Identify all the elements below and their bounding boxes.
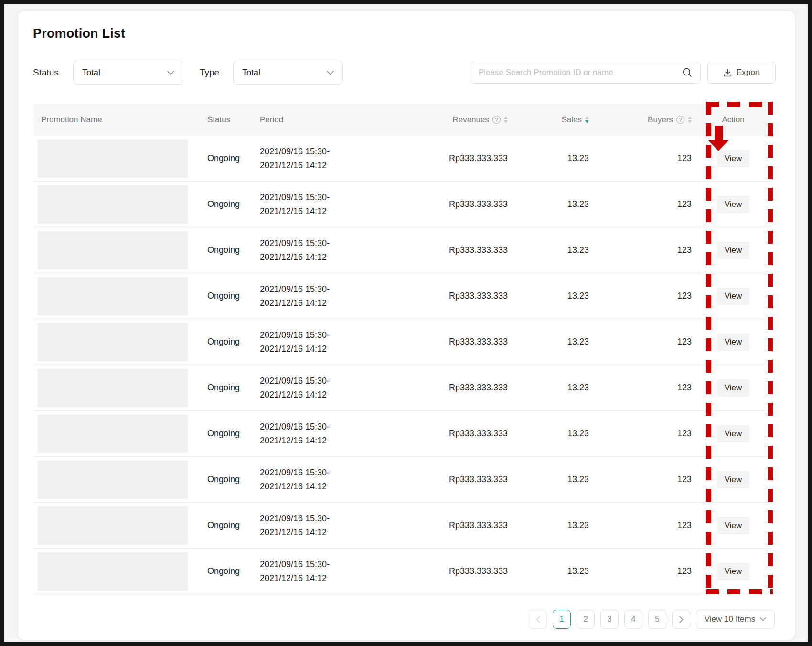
sales-cell: 13.23 [512,549,593,594]
status-filter-dropdown[interactable]: Total [73,61,183,85]
search-input[interactable] [479,68,682,77]
action-cell: View [695,273,771,319]
next-page-button[interactable] [672,610,690,629]
view-button[interactable]: View [717,288,749,305]
status-cell: Ongoing [194,365,256,410]
action-cell: View [695,503,771,548]
column-header-promotion-name: Promotion Name [34,104,194,136]
period-cell: 2021/09/16 15:30- 2021/12/16 14:12 [256,503,383,548]
period-cell: 2021/09/16 15:30- 2021/12/16 14:12 [256,136,383,181]
revenues-cell: Rp333.333.333 [383,136,512,181]
period-line-2: 2021/12/16 14:12 [260,342,327,356]
column-header-sales: Sales [512,104,593,136]
period-line-2: 2021/12/16 14:12 [260,434,327,448]
sort-carets-icon[interactable] [504,116,508,123]
chevron-down-icon [327,71,334,75]
promotion-list-card: Promotion List Status Total Type Total [18,11,795,640]
search-icon[interactable] [682,67,693,78]
action-cell: View [695,227,771,273]
buyers-cell: 123 [593,549,695,594]
view-button[interactable]: View [717,425,749,442]
promotion-name-placeholder [38,369,188,407]
page-button-5[interactable]: 5 [648,610,666,629]
promotion-name-placeholder [38,140,188,178]
period-line-1: 2021/09/16 15:30- [260,374,330,388]
sort-carets-icon[interactable] [585,116,589,123]
period-line-1: 2021/09/16 15:30- [260,237,330,250]
promotion-name-placeholder [38,323,188,361]
buyers-cell: 123 [593,503,695,548]
period-cell: 2021/09/16 15:30- 2021/12/16 14:12 [256,227,383,273]
prev-page-button[interactable] [529,610,547,629]
sales-cell: 13.23 [512,503,593,548]
page-button-3[interactable]: 3 [600,610,619,629]
revenues-cell: Rp333.333.333 [383,365,512,410]
period-line-1: 2021/09/16 15:30- [260,328,330,342]
column-header-buyers: Buyers [593,104,695,136]
type-filter-dropdown[interactable]: Total [233,61,343,85]
page-size-dropdown[interactable]: View 10 Items [696,610,775,629]
sales-cell: 13.23 [512,273,593,319]
export-button[interactable]: Export [707,62,776,84]
action-cell: View [695,457,771,502]
page-button-1[interactable]: 1 [553,610,571,629]
period-cell: 2021/09/16 15:30- 2021/12/16 14:12 [256,365,383,410]
view-button[interactable]: View [717,379,749,397]
buyers-cell: 123 [593,182,695,227]
view-button[interactable]: View [717,471,749,488]
search-box [470,62,701,84]
action-cell: View [695,365,771,410]
promotion-name-cell [34,411,194,456]
view-button[interactable]: View [717,196,749,213]
view-button[interactable]: View [717,517,749,534]
period-line-2: 2021/12/16 14:12 [260,296,327,310]
view-button[interactable]: View [717,242,749,259]
action-cell: View [695,136,771,181]
period-line-1: 2021/09/16 15:30- [260,512,330,526]
period-cell: 2021/09/16 15:30- 2021/12/16 14:12 [256,273,383,319]
revenues-cell: Rp333.333.333 [383,457,512,502]
period-cell: 2021/09/16 15:30- 2021/12/16 14:12 [256,319,383,365]
sales-cell: 13.23 [512,365,593,410]
column-header-action: Action [695,104,771,136]
promotion-name-cell [34,549,194,594]
type-filter-value: Total [242,68,260,78]
page-button-4[interactable]: 4 [624,610,642,629]
chevron-down-icon [760,617,766,621]
period-cell: 2021/09/16 15:30- 2021/12/16 14:12 [256,549,383,594]
status-cell: Ongoing [194,182,256,227]
column-header-status: Status [194,104,256,136]
status-cell: Ongoing [194,227,256,273]
status-cell: Ongoing [194,411,256,456]
sort-carets-icon[interactable] [688,116,692,123]
buyers-cell: 123 [593,411,695,456]
buyers-cell: 123 [593,227,695,273]
status-cell: Ongoing [194,457,256,502]
chevron-down-icon [167,71,174,75]
sales-cell: 13.23 [512,411,593,456]
period-line-1: 2021/09/16 15:30- [260,466,330,480]
promotion-name-placeholder [38,461,188,499]
period-line-1: 2021/09/16 15:30- [260,145,330,159]
view-button[interactable]: View [717,563,749,580]
period-cell: 2021/09/16 15:30- 2021/12/16 14:12 [256,182,383,227]
revenues-cell: Rp333.333.333 [383,411,512,456]
export-button-label: Export [737,68,760,77]
download-icon [723,68,732,77]
buyers-cell: 123 [593,136,695,181]
screenshot-frame: Promotion List Status Total Type Total [0,0,812,646]
view-button[interactable]: View [717,334,749,351]
action-cell: View [695,411,771,456]
period-line-2: 2021/12/16 14:12 [260,159,327,172]
buyers-cell: 123 [593,457,695,502]
sales-cell: 13.23 [512,182,593,227]
question-circle-icon[interactable] [492,116,501,124]
page-title: Promotion List [33,26,125,41]
table-body: Ongoing 2021/09/16 15:30- 2021/12/16 14:… [34,136,771,594]
revenues-cell: Rp333.333.333 [383,227,512,273]
period-line-1: 2021/09/16 15:30- [260,282,330,296]
table-row: Ongoing 2021/09/16 15:30- 2021/12/16 14:… [34,273,771,319]
sales-cell: 13.23 [512,319,593,365]
page-button-2[interactable]: 2 [577,610,595,629]
question-circle-icon[interactable] [676,116,684,124]
